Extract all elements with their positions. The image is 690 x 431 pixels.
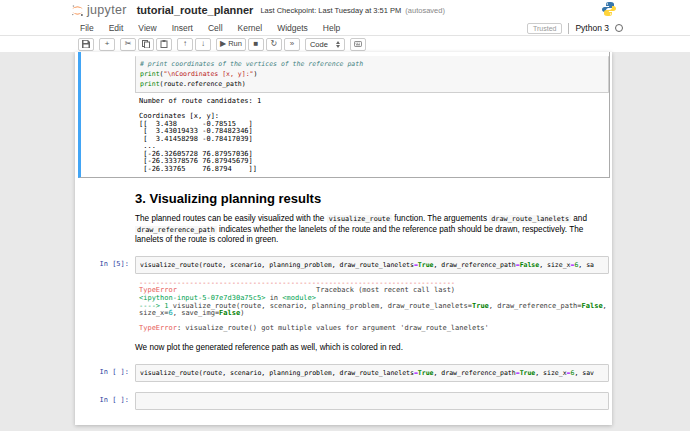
empty-prompt [81,343,135,354]
code-input[interactable]: # print coordinates of the vertices of t… [135,56,609,93]
notebook-header: jupyter tutorial_route_planner Last Chec… [0,0,690,52]
divider [568,23,569,34]
jupyter-logo-text: jupyter [87,3,127,17]
menu-item-help[interactable]: Help [323,23,340,33]
cell-type-dropdown[interactable]: Code [305,38,345,51]
menu-item-cell[interactable]: Cell [208,23,223,33]
menu-item-insert[interactable]: Insert [172,23,193,33]
markdown-cell-visualizing[interactable]: 3. Visualizing planning results The plan… [78,178,610,251]
notebook-paper: # print coordinates of the vertices of t… [75,52,612,425]
empty-prompt [81,183,135,246]
section-paragraph: The planned routes can be easily visuali… [135,214,609,246]
save-icon [82,40,90,48]
command-palette-button[interactable] [350,38,366,51]
paste-icon [160,40,168,48]
run-cell-button[interactable]: ▶Run [216,38,246,51]
markdown-cell-plot-reference[interactable]: We now plot the generated reference path… [78,338,610,359]
keyboard-icon [354,40,362,48]
move-cell-down-button[interactable]: ↓ [195,38,211,51]
copy-cell-button[interactable] [138,38,154,51]
insert-cell-below-button[interactable]: + [99,38,115,51]
menu-item-widgets[interactable]: Widgets [277,23,308,33]
run-label: Run [228,40,242,48]
menu-item-file[interactable]: File [80,23,94,33]
jupyter-logo[interactable]: jupyter [71,3,127,17]
restart-run-all-button[interactable]: » [284,38,300,51]
code-input[interactable] [135,392,609,410]
input-prompt: In [5]: [81,256,135,333]
kernel-status-icon [615,24,623,32]
code-input[interactable]: visualize_route(route, scenario, plannin… [135,364,609,382]
checkpoint-status: Last Checkpoint: Last Tuesday at 3:51 PM [260,6,401,15]
interrupt-kernel-button[interactable]: ■ [248,38,264,51]
kernel-name: Python 3 [575,23,609,33]
trusted-badge: Trusted [527,23,562,34]
cell-type-value: Code [310,40,328,49]
save-button[interactable] [78,38,94,51]
menu-item-kernel[interactable]: Kernel [238,23,263,33]
kernel-indicator-area: Trusted Python 3 [527,20,623,36]
code-input[interactable]: visualize_route(route, scenario, plannin… [135,256,609,274]
title-bar: jupyter tutorial_route_planner Last Chec… [0,0,690,20]
input-prompt [81,56,135,173]
toolbar: + ✂ ↑ ↓ ▶Run ■ ↻ » Code [0,36,690,52]
menu-bar: FileEditViewInsertCellKernelWidgetsHelp … [0,20,690,36]
cut-cell-button[interactable]: ✂ [120,38,136,51]
code-cell-visualize-route-error[interactable]: In [5]: visualize_route(route, scenario,… [78,251,610,338]
markdown-text: We now plot the generated reference path… [135,343,609,354]
python-logo-icon [601,1,617,17]
error-traceback: ----------------------------------------… [135,280,609,333]
move-cell-up-button[interactable]: ↑ [177,38,193,51]
restart-kernel-button[interactable]: ↻ [266,38,282,51]
autosave-status: (autosaved) [405,6,445,15]
cell-output: Number of route candidates: 1 Coordinate… [135,98,609,173]
notebook-area: # print coordinates of the vertices of t… [0,52,690,431]
empty-code-cell[interactable]: In [ ]: [78,387,610,415]
dropdown-arrows-icon [336,41,340,48]
menu-item-view[interactable]: View [138,23,156,33]
jupyter-planet-icon [71,4,84,17]
menu-item-edit[interactable]: Edit [109,23,124,33]
input-prompt: In [ ]: [81,364,135,382]
code-cell-reference-path[interactable]: # print coordinates of the vertices of t… [78,52,610,178]
input-prompt: In [ ]: [81,392,135,410]
notebook-title[interactable]: tutorial_route_planner [137,4,254,16]
code-cell-visualize-route[interactable]: In [ ]: visualize_route(route, scenario,… [78,359,610,387]
section-heading: 3. Visualizing planning results [135,191,609,206]
menu-items: FileEditViewInsertCellKernelWidgetsHelp [80,23,340,33]
copy-icon [142,40,150,48]
paste-cell-button[interactable] [156,38,172,51]
